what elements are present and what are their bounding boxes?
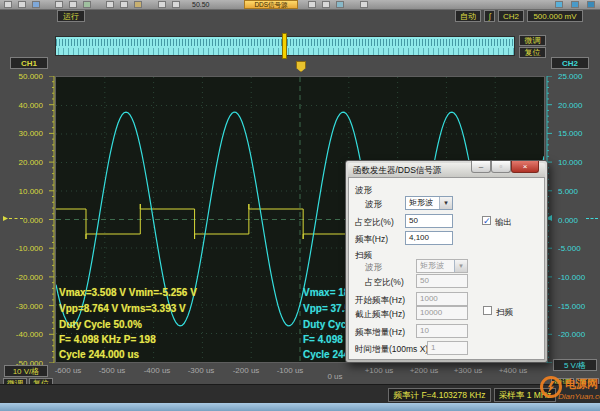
wave-group-label: 波形 xyxy=(355,185,372,197)
scale-tick-label: 0.000 xyxy=(558,216,598,225)
scale-tick-label: 40.000 xyxy=(2,101,43,110)
toolbar-icon[interactable] xyxy=(158,1,166,8)
toolbar-icon[interactable] xyxy=(336,1,344,8)
sweep-wave-select[interactable]: 矩形波 ▾ xyxy=(416,259,468,273)
scale-tick-label: -40.000 xyxy=(2,330,43,339)
close-button[interactable]: × xyxy=(511,161,539,173)
run-button[interactable]: 运行 xyxy=(57,10,85,22)
wave-select-value: 矩形波 xyxy=(409,198,433,207)
duty-input[interactable]: 50 xyxy=(405,214,453,228)
scale-tick-label: -30.000 xyxy=(2,302,43,311)
watermark-site: DianYuan.com xyxy=(558,392,600,401)
sweep-duty-label: 占空比(%) xyxy=(365,277,404,289)
frequency-counter-readout: 频率计 F=4.103278 KHz xyxy=(388,388,491,402)
wave-label: 波形 xyxy=(365,199,382,211)
sweep-checkbox-label: 扫频 xyxy=(496,307,513,319)
toolbar-icon[interactable] xyxy=(322,1,330,8)
time-axis-zero-label: 0 us xyxy=(313,372,357,381)
maximize-button[interactable]: ▫ xyxy=(491,161,511,173)
time-axis-tick-label: +300 us xyxy=(446,366,490,375)
time-axis-tick-label: -200 us xyxy=(224,366,268,375)
ch1-zero-dashes xyxy=(9,218,23,219)
toolbar-icon[interactable] xyxy=(83,1,91,8)
trigger-source-button[interactable]: CH2 xyxy=(498,10,524,22)
ch1-measurement-line: Duty Cycle 50.0% xyxy=(59,319,142,330)
trigger-position-marker[interactable] xyxy=(296,61,306,72)
ch2-volts-per-div-button[interactable]: 5 V/格 xyxy=(553,359,597,371)
trigger-level-readout[interactable]: 500.000 mV xyxy=(527,10,583,22)
toolbar-icon[interactable] xyxy=(32,1,40,8)
dialog-body: 波形 波形 矩形波 ▾ 占空比(%) 50 ✓ 输出 频率(Hz) 4,100 … xyxy=(348,177,545,360)
toolbar-ratio-label: 50.50 xyxy=(192,0,210,9)
toolbar-icon[interactable] xyxy=(571,1,579,8)
toolbar-icon[interactable] xyxy=(555,1,563,8)
time-axis-tick-label: +100 us xyxy=(357,366,401,375)
nav-reset-button[interactable]: 复位 xyxy=(519,47,546,58)
scale-tick-label: -20.000 xyxy=(2,273,43,282)
sweep-wave-value: 矩形波 xyxy=(420,261,444,270)
time-axis-tick-label: -300 us xyxy=(179,366,223,375)
freq-increment-input[interactable]: 10 xyxy=(416,324,468,338)
watermark-name: 电源网 xyxy=(565,377,598,392)
toolbar-icon[interactable] xyxy=(308,1,316,8)
navigator-cursor[interactable] xyxy=(282,33,287,59)
ch2-zero-dashes xyxy=(586,218,598,219)
time-axis-tick-label: -100 us xyxy=(268,366,312,375)
trigger-slope-icon[interactable]: ∫ xyxy=(484,10,495,22)
ch1-ruler xyxy=(44,76,55,363)
scale-tick-label: 0.000 xyxy=(2,216,43,225)
ch1-volts-per-div-button[interactable]: 10 V/格 xyxy=(4,365,48,377)
freq-increment-label: 频率增量(Hz) xyxy=(355,327,405,339)
time-increment-label: 时间增量(100ms X) xyxy=(355,344,428,356)
oscilloscope-app: 50.50 DDS信号源 运行 自动 ∫ CH2 500.000 mV 微调 复… xyxy=(0,0,600,411)
ch1-measurement-line: Vpp=8.764 V Vrms=3.393 V xyxy=(59,303,186,314)
toolbar-icon[interactable] xyxy=(69,1,77,8)
dds-generator-button[interactable]: DDS信号源 xyxy=(244,0,298,9)
toolbar-icon[interactable] xyxy=(360,1,368,8)
start-freq-label: 开始频率(Hz) xyxy=(355,295,405,307)
wave-select[interactable]: 矩形波 ▾ xyxy=(405,196,453,210)
sweep-duty-input[interactable]: 50 xyxy=(416,274,468,288)
toolbar-icon[interactable] xyxy=(587,1,595,8)
scale-tick-label: -10.000 xyxy=(558,273,598,282)
scale-tick-label: 15.000 xyxy=(558,129,598,138)
start-freq-input[interactable]: 1000 xyxy=(416,292,468,306)
stop-freq-input[interactable]: 10000 xyxy=(416,306,468,320)
toolbar: 50.50 DDS信号源 xyxy=(0,0,600,10)
time-axis-tick-label: +200 us xyxy=(402,366,446,375)
time-increment-input[interactable]: 1 xyxy=(427,341,468,355)
chevron-down-icon[interactable]: ▾ xyxy=(439,197,452,209)
toolbar-icon[interactable] xyxy=(172,1,180,8)
ch2-label: CH2 xyxy=(551,57,589,69)
scale-tick-label: 20.000 xyxy=(2,158,43,167)
ch1-measurement-line: Cycle 244.000 us xyxy=(59,349,139,360)
scale-tick-label: -20.000 xyxy=(558,330,598,339)
scale-tick-label: -5.000 xyxy=(558,244,598,253)
window-bottom-edge xyxy=(0,403,600,411)
sweep-checkbox[interactable] xyxy=(483,306,492,315)
toolbar-icon[interactable] xyxy=(120,1,128,8)
freq-input[interactable]: 4,100 xyxy=(405,231,453,245)
toolbar-icon[interactable] xyxy=(106,1,114,8)
minimize-button[interactable]: – xyxy=(471,161,491,173)
trigger-mode-button[interactable]: 自动 xyxy=(455,10,481,22)
toolbar-icon[interactable] xyxy=(55,1,63,8)
duty-label: 占空比(%) xyxy=(355,217,394,229)
nav-fine-tune-button[interactable]: 微调 xyxy=(519,35,546,46)
time-axis-tick-label: +400 us xyxy=(491,366,535,375)
output-checkbox[interactable]: ✓ xyxy=(482,216,491,225)
chevron-down-icon[interactable]: ▾ xyxy=(454,260,467,272)
time-axis-tick-label: -600 us xyxy=(46,366,90,375)
sweep-group-label: 扫频 xyxy=(355,250,372,262)
toolbar-icon[interactable] xyxy=(134,1,142,8)
scale-tick-label: 10.000 xyxy=(2,187,43,196)
ch1-label: CH1 xyxy=(10,57,48,69)
ch1-measurement-line: F= 4.098 KHz P= 198 xyxy=(59,334,156,345)
scale-tick-label: -10.000 xyxy=(2,244,43,253)
toolbar-icon[interactable] xyxy=(18,1,26,8)
status-bar: 频率计 F=4.103278 KHz 采样率 1 MHz xyxy=(0,384,600,403)
sweep-wave-label: 波形 xyxy=(365,262,382,274)
scale-tick-label: 20.000 xyxy=(558,101,598,110)
toolbar-icon[interactable] xyxy=(4,1,12,8)
freq-label: 频率(Hz) xyxy=(355,234,388,246)
